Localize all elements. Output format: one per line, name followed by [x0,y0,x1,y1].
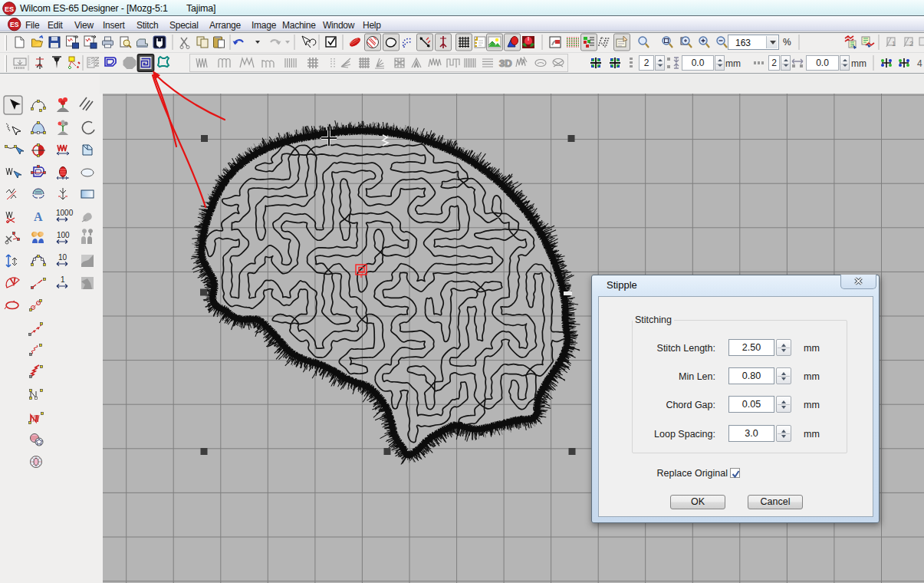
svg-text:ES: ES [5,5,14,13]
svg-text:ES: ES [10,21,19,28]
